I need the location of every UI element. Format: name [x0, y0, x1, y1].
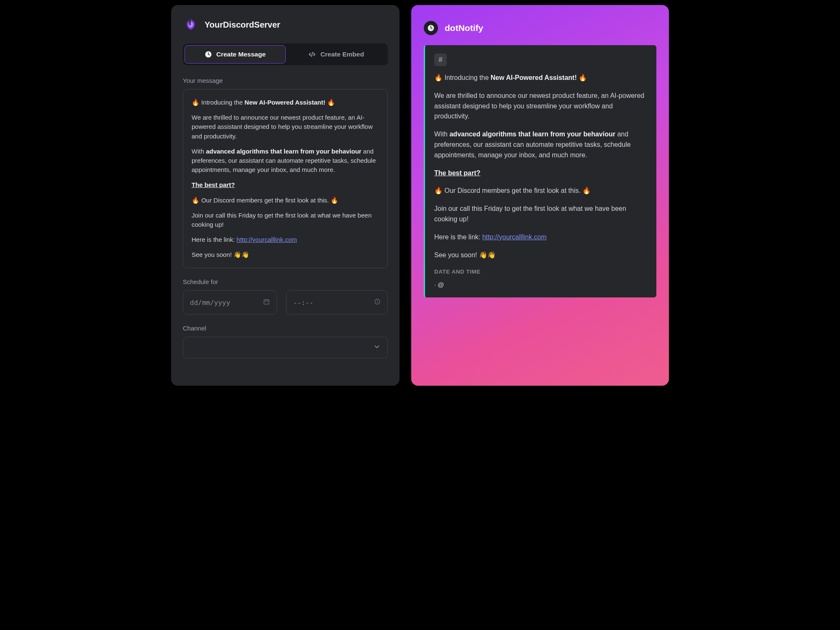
tab-label: Create Embed — [320, 51, 364, 58]
channel-label: Channel — [183, 325, 388, 332]
preview-text: Here is the link: — [434, 233, 482, 241]
preview-heading: The best part? — [434, 169, 480, 177]
preview-text: With — [434, 131, 449, 138]
svg-rect-2 — [264, 300, 269, 305]
bot-avatar — [424, 21, 438, 35]
channel-hash-badge: # — [434, 54, 447, 66]
date-input[interactable]: dd/mm/yyyy — [183, 290, 277, 315]
server-header: YourDiscordServer — [183, 17, 388, 33]
preview-text: 🔥 — [577, 74, 587, 81]
msg-text: 🔥 — [325, 99, 335, 106]
msg-heading: The best part? — [192, 181, 235, 188]
msg-bold: New AI-Powered Assistant! — [245, 99, 325, 106]
tab-create-message[interactable]: Create Message — [184, 45, 286, 64]
preview-bold: New AI-Powered Assistant! — [491, 74, 577, 81]
preview-panel: dotNotify # 🔥 Introducing the New AI-Pow… — [411, 5, 669, 386]
preview-link[interactable]: http://yourcalllink.com — [482, 233, 547, 241]
code-icon — [308, 51, 316, 58]
fire-logo-icon — [183, 17, 199, 33]
preview-text: Join our call this Friday to get the fir… — [434, 204, 647, 225]
preview-text: We are thrilled to announce our newest p… — [434, 91, 647, 122]
msg-text: 🔥 Our Discord members get the first look… — [192, 196, 379, 205]
msg-text: We are thrilled to announce our newest p… — [192, 113, 379, 141]
clock-icon — [205, 51, 212, 58]
app-root: YourDiscordServer Create Message Create … — [171, 5, 669, 386]
date-placeholder: dd/mm/yyyy — [190, 299, 230, 307]
msg-bold: advanced algorithms that learn from your… — [206, 148, 361, 155]
tab-label: Create Message — [216, 51, 266, 58]
time-input[interactable]: --:-- — [286, 290, 388, 315]
tab-create-embed[interactable]: Create Embed — [286, 45, 386, 64]
preview-body: 🔥 Introducing the New AI-Powered Assista… — [434, 73, 647, 290]
svg-line-1 — [311, 52, 312, 57]
msg-text: With — [192, 148, 206, 155]
preview-text: 🔥 Introducing the — [434, 74, 491, 81]
msg-text: Here is the link: — [192, 236, 237, 243]
channel-select[interactable] — [183, 337, 388, 359]
calendar-icon — [263, 298, 270, 307]
chevron-down-icon — [373, 343, 381, 352]
editor-tabs: Create Message Create Embed — [183, 44, 388, 65]
preview-text: 🔥 Our Discord members get the first look… — [434, 186, 647, 196]
editor-panel: YourDiscordServer Create Message Create … — [171, 5, 400, 386]
bot-name: dotNotify — [445, 23, 483, 33]
time-placeholder: --:-- — [293, 299, 313, 307]
your-message-label: Your message — [183, 77, 388, 84]
preview-bold: advanced algorithms that learn from your… — [449, 131, 615, 138]
preview-card: # 🔥 Introducing the New AI-Powered Assis… — [424, 45, 656, 297]
clock-outline-icon — [374, 298, 381, 307]
schedule-label: Schedule for — [183, 278, 388, 285]
message-textarea[interactable]: 🔥 Introducing the New AI-Powered Assista… — [183, 89, 388, 268]
preview-text: See you soon! 👋👋 — [434, 250, 647, 261]
preview-header: dotNotify — [424, 21, 656, 35]
schedule-row: dd/mm/yyyy --:-- — [183, 290, 388, 315]
msg-text: See you soon! 👋👋 — [192, 250, 379, 259]
msg-text: Join our call this Friday to get the fir… — [192, 211, 379, 229]
server-name: YourDiscordServer — [205, 20, 280, 30]
msg-link[interactable]: http://yourcalllink.com — [237, 236, 297, 243]
msg-text: 🔥 Introducing the — [192, 99, 245, 106]
date-time-label: DATE AND TIME — [434, 268, 647, 277]
date-time-value: · @ — [434, 280, 647, 289]
